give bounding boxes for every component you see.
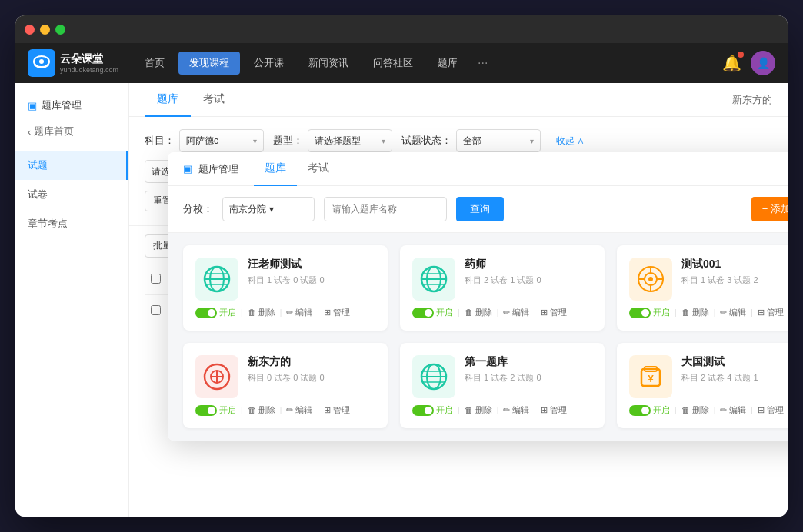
type-select[interactable]: 请选择题型 ▾ (308, 129, 392, 152)
sidebar-item-chapters[interactable]: 章节考点 (15, 209, 128, 238)
sidebar-item-questions[interactable]: 试题 (15, 151, 128, 180)
logo-area: 云朵课堂 yunduoketang.com (28, 49, 118, 77)
bank-delete-3[interactable]: 🗑 删除 (681, 307, 709, 318)
bank-manage-6[interactable]: ⊞ 管理 (758, 404, 784, 416)
bank-toggle-6[interactable]: 开启 (629, 404, 670, 416)
bank-actions-1: 开启 | 🗑 删除 | ✏ 编辑 | ⊞ 管理 (195, 307, 375, 318)
bank-meta-3: 科目 1 试卷 3 试题 2 (681, 274, 788, 286)
overlay-tab-exam[interactable]: 考试 (297, 152, 340, 186)
browser-window: 云朵课堂 yunduoketang.com 首页 发现课程 公开课 新闻资讯 问… (15, 15, 788, 517)
overlay-tab-bank[interactable]: 题库 (254, 152, 297, 186)
bank-delete-5[interactable]: 🗑 删除 (465, 404, 492, 416)
bank-toggle-1[interactable]: 开启 (195, 307, 236, 318)
bank-card-4: 新东方的 科目 0 试卷 0 试题 0 开启 | 🗑 删除 | (183, 343, 388, 428)
bank-card-top-3: 测试001 科目 1 试卷 3 试题 2 (629, 258, 788, 301)
bank-delete-2[interactable]: 🗑 删除 (465, 307, 492, 318)
overlay-query-button[interactable]: 查询 (456, 197, 504, 221)
dot-green[interactable] (55, 25, 65, 35)
bank-card-5: 第一题库 科目 1 试卷 2 试题 0 开启 | 🗑 删除 | (400, 343, 605, 428)
overlay-header: ▣ 题库管理 (183, 155, 238, 184)
bank-edit-5[interactable]: ✏ 编辑 (503, 404, 529, 416)
bank-name-3: 测试001 (681, 258, 788, 271)
bank-manage-4[interactable]: ⊞ 管理 (324, 404, 350, 416)
status-arrow: ▾ (530, 137, 534, 145)
overlay-window: ▣ 题库管理 题库 考试 分校： 南京分院 ▾ 查询 (168, 152, 788, 441)
nav-item-open[interactable]: 公开课 (243, 52, 295, 75)
avatar[interactable]: 👤 (751, 51, 775, 75)
svg-point-15 (648, 277, 653, 281)
bank-meta-2: 科目 2 试卷 1 试题 0 (465, 274, 592, 286)
bank-meta-4: 科目 0 试卷 0 试题 0 (248, 372, 375, 384)
bank-delete-6[interactable]: 🗑 删除 (681, 404, 709, 416)
bank-meta-1: 科目 1 试卷 0 试题 0 (248, 274, 375, 286)
bank-info-1: 汪老师测试 科目 1 试卷 0 试题 0 (248, 258, 375, 286)
page-user: 新东方的 (732, 93, 772, 107)
sidebar: ▣ 题库管理 ‹ 题库首页 试题 试卷 章节考点 (15, 83, 129, 517)
nav-items: 首页 发现课程 公开课 新闻资讯 问答社区 题库 ··· (134, 52, 722, 75)
status-label: 试题状态： (402, 134, 451, 148)
bell-icon[interactable]: 🔔 (722, 54, 741, 72)
nav-right: 🔔 👤 (722, 51, 775, 75)
nav-more[interactable]: ··· (471, 53, 494, 73)
title-bar (15, 15, 788, 43)
overlay-bank-icon: ▣ (183, 163, 192, 175)
bank-toggle-4[interactable]: 开启 (195, 404, 236, 416)
sidebar-title: 题库管理 (42, 98, 82, 112)
bank-info-6: 大国测试 科目 2 试卷 4 试题 1 (681, 355, 788, 384)
collapse-link[interactable]: 收起 ∧ (556, 135, 585, 148)
add-bank-button[interactable]: + 添加题库 (751, 197, 788, 221)
nav-item-news[interactable]: 新闻资讯 (298, 52, 359, 75)
bank-edit-1[interactable]: ✏ 编辑 (286, 307, 312, 318)
filter-group-type: 题型： 请选择题型 ▾ (273, 129, 392, 152)
nav-item-home[interactable]: 首页 (134, 52, 175, 75)
bank-card-1: 汪老师测试 科目 1 试卷 0 试题 0 开启 | 🗑 删除 | (183, 245, 388, 331)
bank-actions-4: 开启 | 🗑 删除 | ✏ 编辑 | ⊞ 管理 (195, 404, 375, 416)
bank-info-3: 测试001 科目 1 试卷 3 试题 2 (681, 258, 788, 286)
status-select[interactable]: 全部 ▾ (456, 129, 541, 152)
bank-manage-3[interactable]: ⊞ 管理 (758, 307, 784, 318)
filter-group-status: 试题状态： 全部 ▾ (402, 129, 541, 152)
main-content: ▣ 题库管理 ‹ 题库首页 试题 试卷 章节考点 题库 考试 (15, 83, 788, 517)
bank-actions-6: 开启 | 🗑 删除 | ✏ 编辑 | ⊞ 管理 (629, 404, 788, 416)
bank-delete-4[interactable]: 🗑 删除 (248, 404, 275, 416)
nav-item-bank[interactable]: 题库 (427, 52, 468, 75)
subject-select[interactable]: 阿萨德c ▾ (179, 129, 264, 152)
dot-red[interactable] (25, 25, 35, 35)
sidebar-back[interactable]: ‹ 题库首页 (15, 118, 128, 145)
nav-item-discover[interactable]: 发现课程 (178, 52, 240, 75)
bank-icon-5 (412, 355, 455, 398)
bank-actions-2: 开启 | 🗑 删除 | ✏ 编辑 | ⊞ 管理 (412, 307, 592, 318)
select-all-checkbox[interactable] (151, 274, 161, 284)
bank-info-4: 新东方的 科目 0 试卷 0 试题 0 (248, 355, 375, 384)
bank-edit-4[interactable]: ✏ 编辑 (286, 404, 312, 416)
bank-icon-3 (629, 258, 672, 301)
bank-manage-1[interactable]: ⊞ 管理 (324, 307, 350, 318)
bank-toggle-5[interactable]: 开启 (412, 404, 453, 416)
bank-edit-2[interactable]: ✏ 编辑 (503, 307, 529, 318)
bank-delete-1[interactable]: 🗑 删除 (248, 307, 275, 318)
bank-search-input[interactable] (324, 197, 447, 221)
bank-meta-6: 科目 2 试卷 4 试题 1 (681, 372, 788, 384)
nav-item-qa[interactable]: 问答社区 (362, 52, 424, 75)
bank-name-4: 新东方的 (248, 355, 375, 369)
dot-yellow[interactable] (40, 25, 50, 35)
bank-manage-5[interactable]: ⊞ 管理 (541, 404, 567, 416)
tab-bank[interactable]: 题库 (145, 83, 191, 117)
tab-list: 题库 考试 (145, 83, 237, 116)
bank-toggle-3[interactable]: 开启 (629, 307, 670, 318)
bank-info-5: 第一题库 科目 1 试卷 2 试题 0 (465, 355, 592, 384)
row-checkbox[interactable] (151, 305, 161, 315)
tab-exam[interactable]: 考试 (191, 83, 237, 117)
sidebar-header: ▣ 题库管理 (15, 92, 128, 118)
bank-manage-2[interactable]: ⊞ 管理 (541, 307, 567, 318)
bank-icon-2 (412, 258, 455, 301)
sidebar-item-papers[interactable]: 试卷 (15, 180, 128, 209)
bank-edit-3[interactable]: ✏ 编辑 (720, 307, 746, 318)
bank-edit-6[interactable]: ✏ 编辑 (720, 404, 746, 416)
bank-card-3: 测试001 科目 1 试卷 3 试题 2 开启 | 🗑 删除 | (617, 245, 788, 331)
bank-name-1: 汪老师测试 (248, 258, 375, 271)
branch-select[interactable]: 南京分院 ▾ (222, 197, 315, 221)
banks-grid: 汪老师测试 科目 1 试卷 0 试题 0 开启 | 🗑 删除 | (168, 233, 788, 441)
bank-toggle-2[interactable]: 开启 (412, 307, 453, 318)
bank-card-top-2: 药师 科目 2 试卷 1 试题 0 (412, 258, 592, 301)
